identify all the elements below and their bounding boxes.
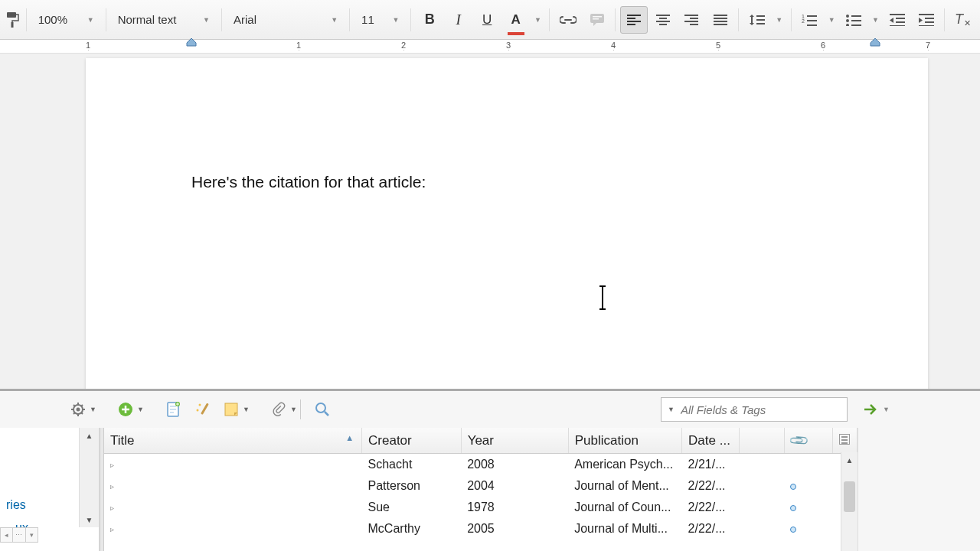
- chevron-down-icon: ▼: [392, 16, 399, 24]
- document-canvas[interactable]: Here's the citation for that article:: [0, 54, 980, 389]
- twisty-icon[interactable]: ▹: [110, 482, 114, 491]
- chevron-down-icon: ▼: [137, 406, 144, 413]
- cell-attachment: [784, 454, 832, 476]
- horizontal-ruler[interactable]: 1 1 2 3 4 5 6 7: [0, 40, 980, 54]
- outdent-icon: [890, 14, 905, 26]
- text-color-button[interactable]: A: [502, 6, 530, 34]
- col-header-date[interactable]: Date ...: [682, 428, 740, 454]
- paperclip-icon: [271, 401, 286, 418]
- separator: [221, 8, 222, 31]
- col-header-year[interactable]: Year: [461, 428, 568, 454]
- table-row[interactable]: ▹Individualism and collectivism: W...McC…: [104, 518, 858, 540]
- left-pane-tabs[interactable]: ◂⋯▾: [0, 527, 38, 543]
- align-right-icon: [684, 15, 698, 25]
- separator: [615, 8, 616, 31]
- numbered-list-button[interactable]: 12: [796, 6, 824, 34]
- col-header-blank[interactable]: [740, 428, 785, 454]
- items-scrollbar[interactable]: ▲: [841, 452, 858, 551]
- align-left-icon: [627, 15, 641, 25]
- line-spacing-more[interactable]: ▼: [773, 6, 786, 34]
- twisty-icon[interactable]: ▹: [110, 461, 114, 469]
- svg-text:✕: ✕: [964, 18, 971, 28]
- chevron-down-icon: ▼: [203, 16, 210, 24]
- underline-button[interactable]: U: [473, 6, 501, 34]
- ruler-mark: 3: [505, 41, 512, 50]
- collections-pane[interactable]: ▲ ▼ ◂⋯▾ ries ux: [0, 428, 100, 551]
- decrease-indent-button[interactable]: [884, 6, 911, 34]
- advanced-search-button[interactable]: [312, 399, 333, 420]
- increase-indent-button[interactable]: [913, 6, 940, 34]
- numbered-list-more[interactable]: ▼: [825, 6, 838, 34]
- page[interactable]: Here's the citation for that article:: [86, 58, 928, 389]
- bullet-list-more[interactable]: ▼: [869, 6, 883, 34]
- table-row[interactable]: ▹A broader view of racial microaggr...Sc…: [104, 454, 858, 476]
- scroll-up-icon[interactable]: ▲: [841, 452, 858, 468]
- align-justify-button[interactable]: [707, 6, 734, 34]
- lookup-button[interactable]: [191, 399, 213, 420]
- numbered-list-icon: 12: [802, 14, 817, 26]
- align-right-button[interactable]: [678, 6, 705, 34]
- actions-menu-button[interactable]: ▼: [67, 399, 89, 420]
- cell-blank: [740, 454, 785, 476]
- paint-roller-icon: [5, 11, 19, 28]
- attachment-dot-icon: [790, 527, 796, 533]
- bold-button[interactable]: B: [416, 6, 443, 34]
- align-left-button[interactable]: [620, 6, 648, 34]
- cell-year: 2008: [461, 454, 568, 476]
- add-circle-icon: [118, 402, 133, 417]
- separator: [106, 8, 106, 31]
- table-row[interactable]: ▹Eliminating cultural oppression in ...S…: [104, 497, 858, 518]
- col-header-title[interactable]: Title▲: [104, 428, 362, 454]
- text-color-more[interactable]: ▼: [531, 6, 544, 34]
- col-header-creator[interactable]: Creator: [362, 428, 462, 454]
- insert-comment-button[interactable]: [583, 6, 611, 34]
- scroll-up-icon[interactable]: ▲: [80, 428, 99, 443]
- indent-marker-left[interactable]: [186, 38, 197, 51]
- add-attachment-button[interactable]: ▼: [268, 399, 289, 420]
- scroll-down-icon[interactable]: ▼: [80, 512, 99, 527]
- col-header-attachment[interactable]: 📎: [784, 428, 832, 454]
- font-size-dropdown[interactable]: 11 ▼: [354, 6, 406, 34]
- zotero-panel: ▼ ▼: [0, 389, 980, 551]
- align-justify-icon: [714, 15, 727, 25]
- search-input[interactable]: [681, 403, 841, 416]
- cell-creator: Patterson: [362, 475, 462, 497]
- clear-formatting-button[interactable]: T ✕: [949, 6, 977, 34]
- new-note-button[interactable]: ▼: [220, 399, 242, 420]
- twisty-icon[interactable]: ▹: [110, 504, 114, 512]
- align-center-button[interactable]: [649, 6, 677, 34]
- table-row[interactable]: ▹Do we need multicultural counseli...Pat…: [104, 475, 858, 497]
- chevron-down-icon: ▼: [828, 16, 835, 24]
- twisty-icon[interactable]: ▹: [110, 525, 114, 533]
- italic-button[interactable]: I: [445, 6, 472, 34]
- chevron-down-icon: ▼: [534, 16, 541, 24]
- sort-asc-icon: ▲: [345, 433, 354, 442]
- zoom-dropdown[interactable]: 100% ▼: [31, 6, 101, 34]
- collections-scrollbar[interactable]: ▲ ▼: [79, 428, 99, 527]
- ruler-mark: 1: [295, 41, 302, 50]
- indent-icon: [919, 14, 934, 26]
- svg-point-21: [316, 403, 325, 412]
- ruler-mark: 1: [84, 41, 92, 50]
- svg-rect-3: [593, 16, 602, 18]
- bullet-list-button[interactable]: [840, 6, 867, 34]
- new-item-button[interactable]: ▼: [115, 399, 136, 420]
- indent-marker-right[interactable]: [870, 38, 880, 51]
- separator: [944, 8, 945, 31]
- col-header-publication[interactable]: Publication: [568, 428, 681, 454]
- add-by-identifier-button[interactable]: [162, 399, 184, 420]
- scroll-thumb[interactable]: [844, 481, 855, 512]
- separator: [349, 8, 350, 31]
- document-body-text[interactable]: Here's the citation for that article:: [191, 173, 822, 191]
- line-spacing-button[interactable]: [743, 6, 771, 34]
- cell-date: 2/22/...: [682, 518, 740, 540]
- insert-link-button[interactable]: [554, 6, 582, 34]
- col-picker[interactable]: [832, 428, 857, 454]
- format-paint-button[interactable]: [3, 6, 21, 34]
- cell-blank: [740, 497, 785, 518]
- font-family-dropdown[interactable]: Arial ▼: [227, 6, 345, 34]
- quick-search[interactable]: ▼: [661, 397, 848, 422]
- magnifier-icon: [315, 402, 330, 417]
- paragraph-style-dropdown[interactable]: Normal text ▼: [111, 6, 217, 34]
- locate-button[interactable]: ▼: [864, 404, 890, 415]
